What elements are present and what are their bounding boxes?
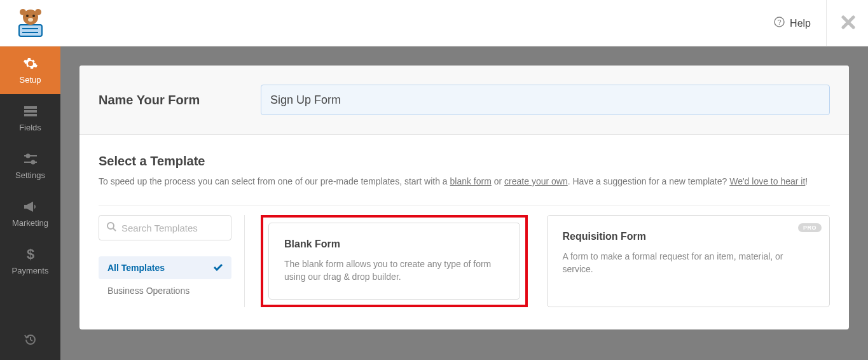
svg-point-17 [31,160,34,163]
sidebar-item-settings[interactable]: Settings [0,142,60,190]
svg-rect-13 [24,114,37,116]
svg-point-19 [107,223,114,229]
topbar-divider [826,0,827,46]
setup-panel: Name Your Form Select a Template To spee… [79,66,849,329]
svg-rect-0 [19,25,42,36]
sidebar-label: Fields [19,123,41,132]
help-label: Help [790,18,811,29]
svg-text:?: ? [778,18,782,26]
highlighted-template: Blank Form The blank form allows you to … [261,215,528,307]
template-title: Blank Form [284,239,504,250]
main-stage: Name Your Form Select a Template To spee… [60,46,868,360]
svg-point-15 [26,154,29,157]
help-link[interactable]: ? Help [774,0,811,46]
wpforms-logo-icon [13,7,48,39]
sidebar-label: Setup [20,75,41,85]
category-all-templates[interactable]: All Templates [99,256,231,279]
template-desc: The blank form allows you to create any … [284,258,504,284]
sliders-icon [23,152,38,166]
sidebar-item-setup[interactable]: Setup [0,46,60,94]
svg-rect-12 [24,110,37,113]
form-name-row: Name Your Form [79,66,849,135]
search-icon [107,222,116,234]
svg-point-6 [28,18,33,22]
form-name-label: Name Your Form [99,93,242,107]
template-desc: A form to make a formal request for an i… [563,250,815,276]
gear-icon [23,57,38,71]
sidebar-item-fields[interactable]: Fields [0,94,60,142]
sidebar-history-button[interactable] [0,322,60,360]
close-button[interactable] [841,0,855,46]
template-columns: All Templates Business Operations [99,215,830,307]
svg-point-8 [35,9,41,15]
dollar-icon: $ [25,247,36,261]
template-section: Select a Template To speed up the proces… [79,135,849,329]
blank-form-link[interactable]: blank form [450,176,492,186]
svg-point-5 [32,15,35,17]
template-cards-column: Blank Form The blank form allows you to … [245,215,830,307]
suggestion-link[interactable]: We'd love to hear it [729,176,805,186]
svg-rect-11 [24,106,37,109]
create-own-link[interactable]: create your own [504,176,568,186]
sidebar-label: Payments [12,266,49,275]
sidebar-label: Marketing [12,218,48,228]
pro-badge: PRO [798,223,822,232]
template-card-requisition-form[interactable]: PRO Requisition Form A form to make a fo… [547,215,830,307]
app-logo [0,0,60,46]
svg-text:$: $ [26,247,34,261]
close-icon [841,15,855,32]
template-search[interactable] [99,215,231,240]
sidebar-item-payments[interactable]: $ Payments [0,237,60,285]
history-icon [24,333,38,349]
bullhorn-icon [23,200,38,214]
section-divider [99,205,830,205]
list-icon [23,104,38,118]
sidebar-item-marketing[interactable]: Marketing [0,190,60,237]
svg-line-20 [113,228,116,231]
template-heading: Select a Template [99,154,830,169]
svg-point-7 [20,9,26,15]
template-subtitle: To speed up the process you can select f… [99,175,830,188]
category-business-operations[interactable]: Business Operations [99,279,231,302]
template-title: Requisition Form [563,231,815,242]
template-filter-column: All Templates Business Operations [99,215,245,307]
template-card-blank-form[interactable]: Blank Form The blank form allows you to … [268,223,520,300]
topbar: ? Help [0,0,868,46]
check-icon [214,263,223,273]
sidebar: Setup Fields Settings Marketing $ Paymen… [0,46,60,360]
svg-point-4 [26,15,29,17]
help-icon: ? [774,17,785,30]
template-search-input[interactable] [121,223,242,233]
category-list: All Templates Business Operations [99,256,231,302]
form-name-input[interactable] [261,85,830,115]
sidebar-label: Settings [15,170,45,180]
